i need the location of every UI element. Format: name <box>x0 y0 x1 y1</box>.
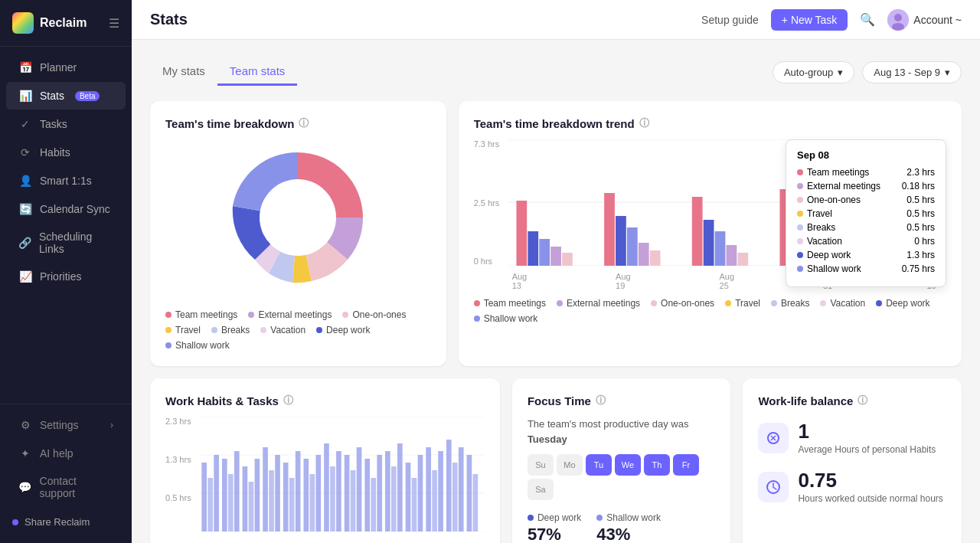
account-label: Account ~ <box>913 14 962 26</box>
auto-group-filter[interactable]: Auto-group ▾ <box>773 61 854 83</box>
y-zero: 0 hrs <box>474 257 505 266</box>
work-life-info-icon: ⓘ <box>858 394 867 407</box>
legend-dot <box>248 312 254 318</box>
sidebar-item-contact[interactable]: 💬 Contact support <box>6 468 126 506</box>
shallow-work-label-row: Shallow work <box>596 512 661 523</box>
svg-rect-65 <box>397 443 403 532</box>
tooltip-label: Shallow work <box>797 263 861 274</box>
x-label-0: Aug13 <box>512 272 528 290</box>
tooltip-label: Vacation <box>797 236 842 247</box>
chevron-down-icon: ▾ <box>838 67 843 78</box>
shallow-work-value: 43% <box>596 525 661 543</box>
hours-desc: Hours worked outside normal hours <box>798 492 942 505</box>
svg-point-3 <box>260 179 336 256</box>
work-habits-bars <box>199 417 485 535</box>
stats-badge: Beta <box>75 91 100 101</box>
sidebar-item-calendar[interactable]: 🔄 Calendar Sync <box>6 195 126 223</box>
sidebar-item-tasks[interactable]: ✓ Tasks <box>6 110 126 138</box>
legend-label: Vacation <box>270 325 305 335</box>
sidebar-item-label: Smart 1:1s <box>40 175 92 187</box>
x-label-2: Aug25 <box>720 272 735 290</box>
account-avatar <box>887 9 909 31</box>
tab-team-stats[interactable]: Team stats <box>217 58 298 86</box>
svg-rect-40 <box>228 474 234 532</box>
date-range-filter[interactable]: Aug 13 - Sep 9 ▾ <box>862 61 962 83</box>
legend-dot <box>474 316 480 322</box>
focus-time-desc: The team's most productive day was Tuesd… <box>528 417 716 447</box>
legend-team-meetings: Team meetings <box>165 309 237 320</box>
svg-rect-49 <box>289 478 295 532</box>
sidebar-item-label: Tasks <box>40 118 67 130</box>
svg-rect-71 <box>438 451 443 532</box>
tooltip-row-1: External meetings 0.18 hrs <box>797 181 935 191</box>
tooltip-row-7: Shallow work 0.75 hrs <box>797 263 935 274</box>
sidebar-item-ai-help[interactable]: ✦ AI help <box>6 440 126 467</box>
account-button[interactable]: Account ~ <box>887 9 962 31</box>
y-top: 2.3 hrs <box>165 417 196 426</box>
svg-rect-54 <box>324 443 329 532</box>
sidebar-item-scheduling[interactable]: 🔗 Scheduling Links <box>6 224 126 262</box>
bottom-cards-row: Work Habits & Tasks ⓘ 2.3 hrs 1.3 hrs 0.… <box>150 378 962 543</box>
search-icon[interactable]: 🔍 <box>860 12 875 27</box>
trend-legend-team-meetings: Team meetings <box>474 298 546 309</box>
focus-time-card: Focus Time ⓘ The team's most productive … <box>512 378 731 543</box>
svg-point-1 <box>894 14 902 21</box>
ai-help-icon: ✦ <box>18 447 32 460</box>
tooltip-row-2: One-on-ones 0.5 hrs <box>797 195 935 205</box>
work-habits-svg <box>199 417 485 532</box>
sidebar-item-label: Settings <box>40 419 79 431</box>
setup-guide-link[interactable]: Setup guide <box>701 14 759 26</box>
shallow-work-label: Shallow work <box>606 512 661 523</box>
sidebar-item-habits[interactable]: ⟳ Habits <box>6 139 126 166</box>
habit-desc: Average Hours of personal Habits <box>798 443 936 456</box>
svg-rect-58 <box>351 470 356 532</box>
sidebar-item-smart11s[interactable]: 👤 Smart 1:1s <box>6 167 126 195</box>
legend-dot <box>316 327 322 333</box>
legend-breaks: Breaks <box>211 325 250 335</box>
legend-dot <box>474 300 480 306</box>
trend-info-icon: ⓘ <box>639 116 649 130</box>
work-habits-card: Work Habits & Tasks ⓘ 2.3 hrs 1.3 hrs 0.… <box>150 378 500 543</box>
svg-rect-13 <box>616 216 626 266</box>
menu-icon[interactable]: ☰ <box>109 16 119 31</box>
y-low: 0.5 hrs <box>165 493 196 502</box>
legend-vacation: Vacation <box>260 325 305 335</box>
sidebar-item-label: Habits <box>40 146 70 159</box>
svg-rect-61 <box>371 478 376 532</box>
svg-rect-64 <box>391 466 397 532</box>
share-reclaim[interactable]: Share Reclaim <box>0 507 132 537</box>
svg-rect-50 <box>296 451 301 532</box>
sidebar-item-planner[interactable]: 📅 Planner <box>6 54 126 81</box>
legend-label: One-on-ones <box>352 309 406 320</box>
contact-icon: 💬 <box>18 480 32 494</box>
trend-legend: Team meetings External meetings One-on-o… <box>474 298 946 324</box>
svg-rect-15 <box>639 243 649 266</box>
svg-point-2 <box>892 23 904 31</box>
sidebar-item-label: AI help <box>40 447 74 460</box>
sidebar-bottom: ⚙ Settings › ✦ AI help 💬 Contact support… <box>0 404 132 543</box>
tab-my-stats[interactable]: My stats <box>150 58 217 86</box>
sidebar-item-stats[interactable]: 📊 Stats Beta <box>6 82 126 110</box>
shallow-work-metric: Shallow work 43% <box>596 512 661 543</box>
day-pill-tu: Tu <box>586 454 612 476</box>
top-cards-row: Team's time breakdown ⓘ <box>150 101 962 366</box>
trend-legend-1on1: One-on-ones <box>651 298 714 309</box>
y-mid: 1.3 hrs <box>165 455 196 464</box>
page-title: Stats <box>150 11 701 28</box>
trend-chart-container: 7.3 hrs 2.5 hrs 0 hrs <box>474 139 946 324</box>
svg-rect-67 <box>412 478 417 532</box>
svg-rect-7 <box>516 201 527 266</box>
trend-legend-vacation: Vacation <box>820 298 865 309</box>
hours-outside-item: 0.75 Hours worked outside normal hours <box>758 469 946 505</box>
sidebar-item-priorities[interactable]: 📈 Priorities <box>6 263 126 290</box>
time-breakdown-info-icon: ⓘ <box>299 116 309 130</box>
focus-productive-day: Tuesday <box>528 433 567 445</box>
time-breakdown-title: Team's time breakdown ⓘ <box>165 116 431 130</box>
tooltip-row-0: Team meetings 2.3 hrs <box>797 167 935 178</box>
sidebar-item-settings[interactable]: ⚙ Settings › <box>6 411 126 439</box>
legend-dot <box>165 342 172 348</box>
new-task-button[interactable]: + New Task <box>771 9 848 31</box>
svg-rect-38 <box>214 455 219 532</box>
tooltip-dot <box>797 252 803 258</box>
svg-rect-53 <box>315 455 321 532</box>
